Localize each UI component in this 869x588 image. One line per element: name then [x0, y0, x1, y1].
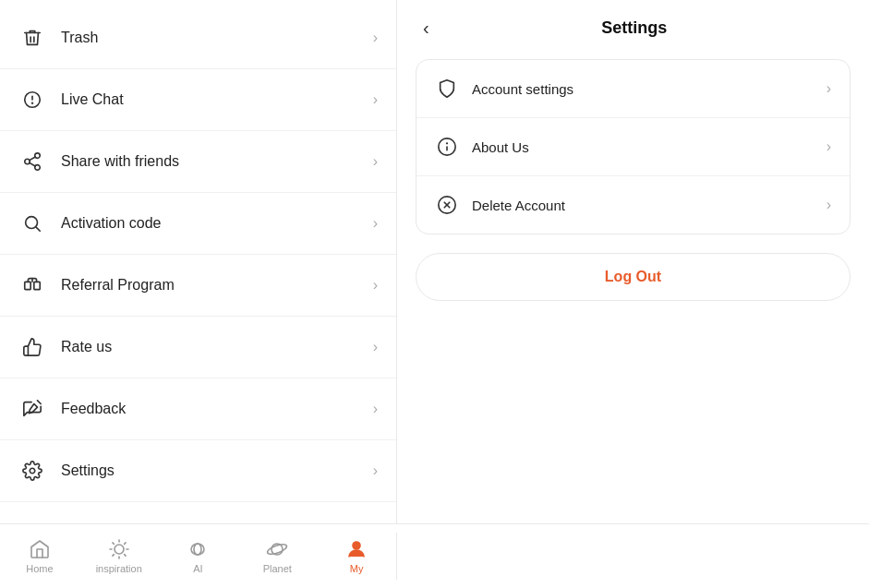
menu-label-rate: Rate us — [61, 339, 373, 355]
menu-item-live-chat[interactable]: Live Chat › — [0, 69, 396, 131]
menu-label-activation: Activation code — [61, 215, 373, 232]
referral-icon — [18, 271, 46, 299]
feedback-icon — [18, 395, 46, 423]
menu-item-referral[interactable]: Referral Program › — [0, 255, 396, 317]
live-chat-icon — [18, 86, 46, 114]
menu-item-trash[interactable]: Trash › — [0, 7, 396, 69]
trash-icon — [18, 24, 46, 52]
menu-item-share[interactable]: Share with friends › — [0, 131, 396, 193]
my-icon — [345, 538, 368, 560]
svg-point-29 — [194, 544, 201, 555]
logout-button[interactable]: Log Out — [416, 253, 851, 301]
settings-row-delete[interactable]: Delete Account › — [416, 176, 850, 234]
menu-label-live-chat: Live Chat — [61, 91, 373, 108]
nav-item-home[interactable]: Home — [0, 533, 79, 580]
chevron-right-icon: › — [373, 462, 378, 479]
svg-line-12 — [38, 401, 42, 404]
nav-label-planet: Planet — [263, 563, 292, 574]
svg-point-20 — [115, 545, 124, 554]
settings-row-label-account: Account settings — [472, 81, 827, 97]
chevron-right-icon: › — [827, 80, 831, 97]
bottom-nav: Home inspiration AI — [0, 523, 869, 588]
left-menu: Trash › Live Chat › Share with friends ›… — [0, 0, 397, 523]
nav-label-ai: AI — [193, 563, 202, 574]
menu-label-settings: Settings — [61, 462, 373, 479]
svg-line-8 — [36, 227, 40, 231]
settings-row-label-about: About Us — [472, 139, 827, 155]
settings-card: Account settings › About Us › Delete Acc… — [416, 59, 851, 234]
svg-rect-10 — [34, 282, 40, 289]
back-button[interactable]: ‹ — [416, 15, 437, 41]
nav-item-planet[interactable]: Planet — [237, 533, 317, 580]
menu-item-rate[interactable]: Rate us › — [0, 317, 396, 378]
menu-label-feedback: Feedback — [61, 401, 373, 417]
chevron-right-icon: › — [373, 401, 378, 417]
menu-label-trash: Trash — [61, 30, 373, 46]
planet-icon — [266, 538, 288, 560]
chevron-right-icon: › — [373, 215, 378, 232]
svg-line-5 — [30, 162, 35, 166]
nav-label-home: Home — [26, 563, 53, 574]
svg-rect-9 — [25, 282, 30, 289]
svg-point-1 — [32, 102, 33, 103]
chevron-right-icon: › — [373, 30, 378, 46]
inspiration-icon — [108, 538, 130, 560]
shield-icon — [435, 77, 459, 101]
chevron-right-icon: › — [373, 153, 378, 170]
right-panel: ‹ Settings Account settings › About Us › — [397, 0, 869, 523]
settings-title: Settings — [446, 18, 823, 38]
nav-item-ai[interactable]: AI — [159, 533, 238, 580]
settings-row-label-delete: Delete Account — [472, 198, 827, 213]
delete-account-icon — [435, 193, 459, 217]
menu-item-activation[interactable]: Activation code › — [0, 193, 396, 255]
chevron-right-icon: › — [373, 339, 378, 355]
svg-line-27 — [113, 555, 114, 556]
svg-line-28 — [124, 543, 125, 544]
svg-line-26 — [124, 555, 125, 556]
activation-icon — [18, 210, 46, 237]
share-icon — [18, 148, 46, 175]
chevron-right-icon: › — [827, 138, 831, 155]
nav-item-my[interactable]: My — [317, 533, 396, 580]
nav-label-inspiration: inspiration — [96, 563, 142, 574]
nav-item-inspiration[interactable]: inspiration — [79, 533, 159, 580]
settings-row-about[interactable]: About Us › — [416, 118, 850, 176]
chevron-right-icon: › — [827, 197, 831, 213]
menu-label-referral: Referral Program — [61, 277, 373, 294]
menu-item-settings[interactable]: Settings › — [0, 440, 396, 502]
settings-header: ‹ Settings — [416, 0, 851, 59]
settings-row-account[interactable]: Account settings › — [416, 60, 850, 118]
home-icon — [29, 538, 51, 560]
bottom-nav-left: Home inspiration AI — [0, 533, 397, 580]
chevron-right-icon: › — [373, 277, 378, 294]
svg-line-25 — [113, 543, 114, 544]
menu-label-share: Share with friends — [61, 153, 373, 170]
ai-icon — [187, 538, 209, 560]
svg-line-6 — [30, 157, 35, 161]
chevron-right-icon: › — [373, 91, 378, 108]
thumbs-up-icon — [18, 333, 46, 361]
settings-icon — [18, 457, 46, 485]
menu-item-feedback[interactable]: Feedback › — [0, 378, 396, 440]
info-icon — [435, 135, 459, 159]
svg-point-13 — [30, 468, 35, 474]
svg-point-32 — [353, 542, 360, 549]
nav-label-my: My — [350, 563, 364, 574]
